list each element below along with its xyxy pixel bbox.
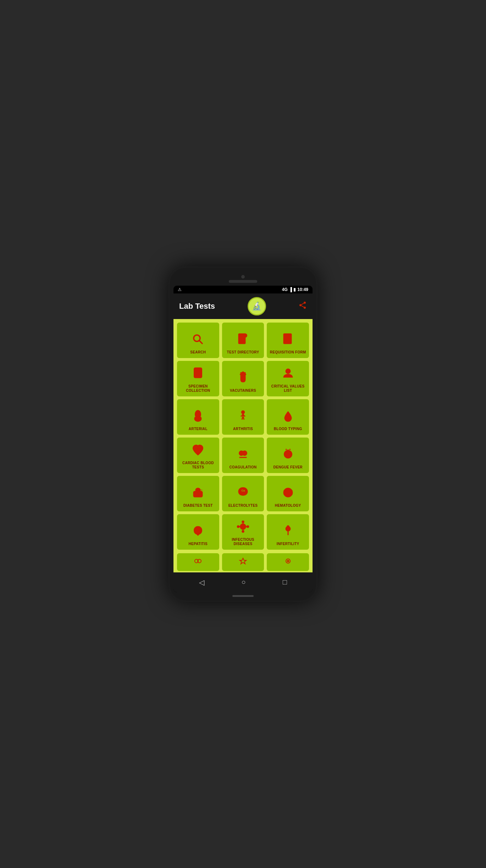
partial-bottom-row [173, 553, 313, 572]
svg-point-1 [299, 304, 302, 306]
battery-icon: ▮ [293, 287, 296, 292]
diabetes-label: DIABETES TEST [183, 504, 213, 508]
arterial-icon [192, 410, 204, 424]
grid-item-test-directory[interactable]: i TEST DIRECTORY [222, 323, 264, 358]
grid-item-diabetes[interactable]: DAY3 DIABETES TEST [177, 476, 219, 511]
partial-item-3[interactable] [267, 553, 309, 571]
dengue-icon [282, 448, 294, 462]
partial-item-1[interactable] [177, 553, 219, 571]
partial-icon-1 [194, 557, 202, 567]
hematology-icon [282, 486, 294, 501]
signal-indicator: 4G [282, 287, 288, 292]
partial-item-2[interactable] [222, 553, 264, 571]
grid-item-hematology[interactable]: HEMATOLOGY [267, 476, 309, 511]
svg-text:Ca: Ca [241, 489, 245, 492]
grid-item-search[interactable]: SEARCH [177, 323, 219, 358]
arterial-label: ARTERIAL [189, 427, 208, 431]
partial-icon-2 [239, 557, 247, 567]
signal-bars: ▐ [289, 287, 292, 292]
coagulation-icon [237, 448, 249, 462]
search-label: SEARCH [190, 350, 206, 355]
app-header: Lab Tests 🔬 [173, 293, 313, 319]
svg-point-62 [247, 526, 249, 527]
hepatitis-icon [192, 524, 204, 539]
grid-item-requisition[interactable]: REQUISITION FORM [267, 323, 309, 358]
recent-apps-button[interactable]: □ [277, 577, 293, 588]
grid-item-coagulation[interactable]: COAGULATION [222, 438, 264, 473]
app-logo: 🔬 [248, 297, 266, 315]
grid-item-infectious[interactable]: INFECTIOUS DISEASES [222, 514, 264, 550]
cardiac-label: CARDIAC BLOOD TESTS [180, 461, 216, 469]
status-bar: ⚠ 4G ▐ ▮ 10:49 [173, 286, 313, 293]
svg-point-61 [237, 526, 239, 527]
grid-item-vacutainers[interactable]: VACUTAINERS [222, 361, 264, 396]
blood-typing-label: BLOOD TYPING [274, 427, 302, 431]
svg-point-2 [304, 307, 306, 309]
phone-shell: ⚠ 4G ▐ ▮ 10:49 Lab Tests 🔬 [169, 267, 317, 602]
share-icon[interactable] [298, 301, 307, 311]
svg-point-0 [304, 302, 306, 304]
infertility-label: INFERTILITY [277, 542, 299, 546]
dengue-label: DENGUE FEVER [273, 465, 303, 469]
coagulation-label: COAGULATION [229, 465, 256, 469]
app-title: Lab Tests [179, 302, 215, 311]
test-directory-icon: i [237, 333, 249, 347]
vacutainers-label: VACUTAINERS [230, 389, 256, 393]
svg-line-3 [302, 306, 304, 307]
arthritis-label: ARTHRITIS [233, 427, 253, 431]
grid-item-dengue[interactable]: DENGUE FEVER [267, 438, 309, 473]
cardiac-icon [192, 444, 204, 458]
svg-text:i: i [244, 334, 244, 337]
requisition-icon [282, 333, 294, 347]
svg-point-59 [242, 521, 244, 523]
search-icon [192, 333, 204, 347]
speaker [173, 280, 313, 283]
svg-point-60 [242, 531, 244, 532]
main-grid: SEARCH i TEST DIRECTORY [173, 319, 313, 553]
vacutainer-icon [237, 371, 249, 386]
infectious-label: INFECTIOUS DISEASES [225, 538, 261, 546]
specimen-label: SPECIMEN COLLECTION [180, 384, 216, 393]
grid-item-specimen[interactable]: SPECIMEN COLLECTION [177, 361, 219, 396]
home-button[interactable]: ○ [236, 577, 251, 588]
back-button[interactable]: ◁ [193, 577, 210, 588]
requisition-label: REQUISITION FORM [270, 350, 306, 355]
critical-values-label: CRITICAL VALUES LIST [270, 384, 306, 393]
svg-point-22 [242, 372, 244, 374]
microscope-icon: 🔬 [252, 302, 261, 311]
grid-item-arthritis[interactable]: ARTHRITIS [222, 399, 264, 435]
svg-point-65 [287, 526, 289, 527]
svg-point-54 [242, 526, 244, 528]
grid-item-hepatitis[interactable]: HEPATITIS [177, 514, 219, 550]
svg-point-52 [287, 491, 289, 493]
grid-item-infertility[interactable]: INFERTILITY [267, 514, 309, 550]
diabetes-icon: DAY3 [192, 486, 204, 501]
warning-icon: ⚠ [178, 287, 182, 292]
critical-values-icon [282, 367, 294, 381]
arthritis-icon [237, 410, 249, 424]
grid-item-arterial[interactable]: ARTERIAL [177, 399, 219, 435]
test-directory-label: TEST DIRECTORY [227, 350, 259, 355]
svg-point-43 [197, 493, 199, 495]
svg-text:DAY3: DAY3 [197, 489, 203, 491]
svg-line-33 [243, 416, 244, 419]
phone-bottom [173, 595, 313, 597]
infertility-icon [282, 524, 294, 539]
svg-point-23 [286, 369, 290, 373]
svg-line-40 [286, 449, 287, 450]
svg-point-28 [242, 411, 244, 413]
grid-item-critical[interactable]: CRITICAL VALUES LIST [267, 361, 309, 396]
infectious-icon [237, 520, 249, 535]
svg-point-36 [242, 451, 247, 455]
svg-point-34 [242, 414, 243, 415]
hematology-label: HEMATOLOGY [275, 504, 301, 508]
nav-bar: ◁ ○ □ [173, 572, 313, 592]
grid-item-electrolytes[interactable]: Ca ELECTROLYTES [222, 476, 264, 511]
partial-icon-3 [284, 557, 292, 567]
grid-item-cardiac[interactable]: CARDIAC BLOOD TESTS [177, 438, 219, 473]
time-display: 10:49 [297, 287, 308, 292]
svg-line-41 [289, 449, 290, 450]
svg-point-69 [287, 560, 289, 562]
grid-item-blood-typing[interactable]: BLOOD TYPING [267, 399, 309, 435]
blood-typing-icon [282, 410, 294, 424]
